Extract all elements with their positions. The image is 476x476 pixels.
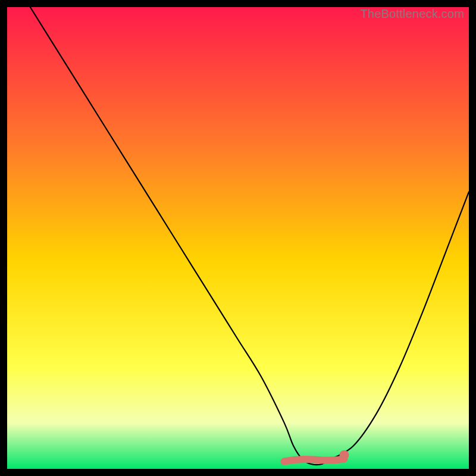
chart-svg [7, 7, 469, 469]
flat-region-marker [284, 459, 345, 462]
gradient-background [7, 7, 469, 469]
optimal-point-marker [340, 450, 349, 460]
chart-frame: TheBottleneck.com [7, 7, 469, 469]
watermark-text: TheBottleneck.com [360, 7, 464, 21]
